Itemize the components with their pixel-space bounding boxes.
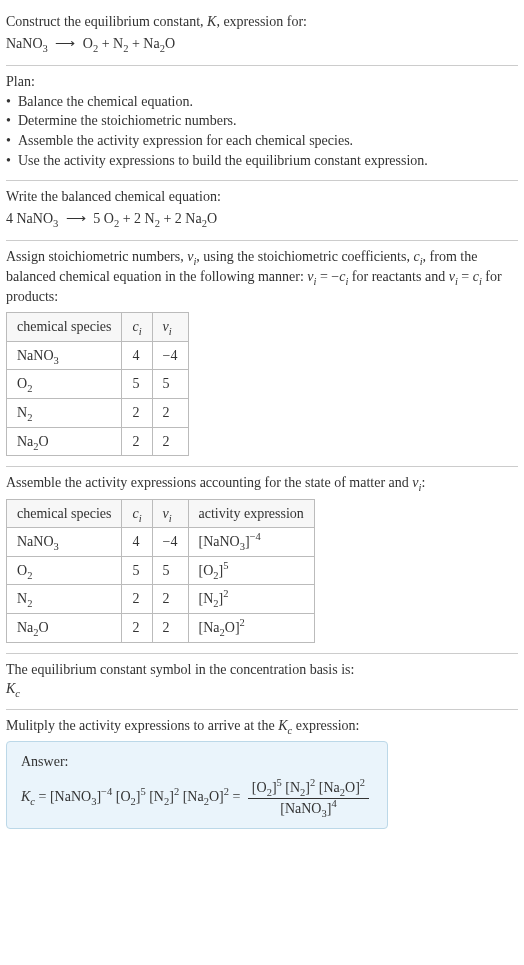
stoich-table: chemical species ci νi NaNO3 4 −4 O2 5 5… [6, 312, 189, 456]
header-prompt: Construct the equilibrium constant, K, e… [6, 12, 518, 32]
multiply-section: Mulitply the activity expressions to arr… [6, 710, 518, 839]
table-header-row: chemical species ci νi activity expressi… [7, 499, 315, 528]
k-symbol: K [207, 14, 216, 29]
reactant: NaNO3 [6, 36, 48, 51]
table-row: Na2O 2 2 [7, 427, 189, 456]
col-ci: ci [122, 313, 152, 342]
fraction-numerator: [O2]5 [N2]2 [Na2O]2 [248, 778, 369, 798]
ci-cell: 5 [122, 370, 152, 399]
answer-label: Answer: [21, 752, 373, 772]
unbalanced-equation: NaNO3 ⟶ O2 + N2 + Na2O [6, 32, 518, 56]
ci-cell: 2 [122, 427, 152, 456]
ci-cell: 4 [122, 528, 152, 557]
vi-cell: 5 [152, 370, 188, 399]
header-text-2: , expression for: [216, 14, 307, 29]
activity-cell: [NaNO3]−4 [188, 528, 314, 557]
bullet-icon: • [6, 151, 18, 171]
table-row: O2 5 5 [O2]5 [7, 556, 315, 585]
species-cell: N2 [7, 398, 122, 427]
ci-cell: 2 [122, 585, 152, 614]
reaction-arrow: ⟶ [62, 211, 90, 226]
bullet-icon: • [6, 92, 18, 112]
fraction: [O2]5 [N2]2 [Na2O]2 [NaNO3]4 [248, 778, 369, 818]
ci-cell: 4 [122, 341, 152, 370]
col-species: chemical species [7, 499, 122, 528]
plan-item: •Determine the stoichiometric numbers. [6, 111, 518, 131]
header-text-1: Construct the equilibrium constant, [6, 14, 207, 29]
table-row: N2 2 2 [N2]2 [7, 585, 315, 614]
balanced-intro: Write the balanced chemical equation: [6, 187, 518, 207]
answer-expression: Kc = [NaNO3]−4 [O2]5 [N2]2 [Na2O]2 = [O2… [21, 778, 373, 818]
ci-cell: 2 [122, 398, 152, 427]
plan-item-text: Determine the stoichiometric numbers. [18, 111, 237, 131]
col-activity: activity expression [188, 499, 314, 528]
plan-item-text: Use the activity expressions to build th… [18, 151, 428, 171]
plan-item: •Assemble the activity expression for ea… [6, 131, 518, 151]
species-cell: NaNO3 [7, 528, 122, 557]
vi-cell: 2 [152, 398, 188, 427]
col-species: chemical species [7, 313, 122, 342]
species-cell: Na2O [7, 427, 122, 456]
ci-cell: 2 [122, 614, 152, 643]
table-row: NaNO3 4 −4 [7, 341, 189, 370]
plan-item: •Use the activity expressions to build t… [6, 151, 518, 171]
activity-cell: [N2]2 [188, 585, 314, 614]
kc-symbol-section: The equilibrium constant symbol in the c… [6, 654, 518, 710]
bullet-icon: • [6, 131, 18, 151]
vi-cell: 2 [152, 585, 188, 614]
activity-cell: [Na2O]2 [188, 614, 314, 643]
balanced-section: Write the balanced chemical equation: 4 … [6, 181, 518, 241]
species-cell: O2 [7, 370, 122, 399]
plan-section: Plan: •Balance the chemical equation. •D… [6, 66, 518, 181]
assign-text: Assign stoichiometric numbers, νi, using… [6, 247, 518, 306]
kc-symbol-text: The equilibrium constant symbol in the c… [6, 660, 518, 680]
assign-section: Assign stoichiometric numbers, νi, using… [6, 241, 518, 467]
multiply-text: Mulitply the activity expressions to arr… [6, 716, 518, 736]
activity-cell: [O2]5 [188, 556, 314, 585]
species-cell: NaNO3 [7, 341, 122, 370]
table-row: NaNO3 4 −4 [NaNO3]−4 [7, 528, 315, 557]
table-row: N2 2 2 [7, 398, 189, 427]
fraction-denominator: [NaNO3]4 [248, 798, 369, 819]
species-cell: N2 [7, 585, 122, 614]
bullet-icon: • [6, 111, 18, 131]
plan-item-text: Balance the chemical equation. [18, 92, 193, 112]
species-cell: Na2O [7, 614, 122, 643]
products: O2 + N2 + Na2O [83, 36, 175, 51]
plan-item-text: Assemble the activity expression for eac… [18, 131, 353, 151]
answer-box: Answer: Kc = [NaNO3]−4 [O2]5 [N2]2 [Na2O… [6, 741, 388, 829]
problem-header: Construct the equilibrium constant, K, e… [6, 6, 518, 66]
kc-symbol: Kc [6, 679, 518, 699]
flat-product: [NaNO3]−4 [O2]5 [N2]2 [Na2O]2 [50, 789, 233, 804]
col-vi: νi [152, 499, 188, 528]
plan-item: •Balance the chemical equation. [6, 92, 518, 112]
balanced-equation: 4 NaNO3 ⟶ 5 O2 + 2 N2 + 2 Na2O [6, 207, 518, 231]
col-ci: ci [122, 499, 152, 528]
plan-title: Plan: [6, 72, 518, 92]
vi-cell: −4 [152, 528, 188, 557]
activity-table: chemical species ci νi activity expressi… [6, 499, 315, 643]
vi-cell: 2 [152, 427, 188, 456]
vi-cell: −4 [152, 341, 188, 370]
ci-cell: 5 [122, 556, 152, 585]
reaction-arrow: ⟶ [51, 36, 79, 51]
table-header-row: chemical species ci νi [7, 313, 189, 342]
activity-section: Assemble the activity expressions accoun… [6, 467, 518, 654]
vi-cell: 2 [152, 614, 188, 643]
activity-intro: Assemble the activity expressions accoun… [6, 473, 518, 493]
vi-cell: 5 [152, 556, 188, 585]
table-row: O2 5 5 [7, 370, 189, 399]
species-cell: O2 [7, 556, 122, 585]
col-vi: νi [152, 313, 188, 342]
table-row: Na2O 2 2 [Na2O]2 [7, 614, 315, 643]
